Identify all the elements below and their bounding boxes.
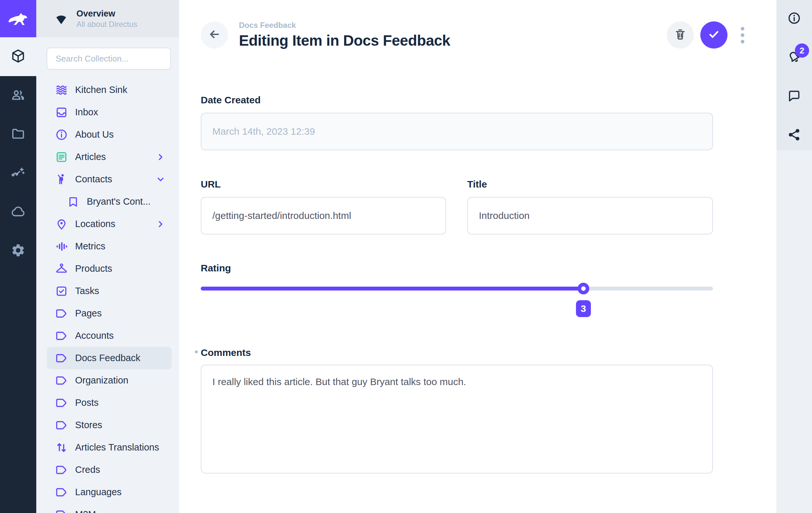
- sidebar-item-languages[interactable]: Languages: [47, 481, 172, 503]
- date-created-label: Date Created: [201, 94, 713, 106]
- app-window: Overview All about Directus Kitchen Sink…: [0, 0, 812, 513]
- rating-fill: [201, 287, 583, 290]
- bookmark-icon: [67, 195, 80, 208]
- module-gear[interactable]: [0, 232, 36, 270]
- sidebar-item-pages[interactable]: Pages: [47, 302, 172, 324]
- label-tag-icon: [55, 396, 68, 409]
- module-cloud[interactable]: [0, 193, 36, 232]
- module-bar: [0, 0, 36, 513]
- sidebar-item-creds[interactable]: Creds: [47, 459, 172, 481]
- title-label: Title: [467, 179, 713, 190]
- sidebar-item-locations[interactable]: Locations: [47, 213, 172, 235]
- more-options-button[interactable]: [736, 21, 749, 49]
- sidebar-item-contacts[interactable]: Contacts: [47, 168, 172, 191]
- module-users[interactable]: [0, 76, 36, 115]
- label-tag-icon: [55, 307, 68, 320]
- item-form: Date Created URL Title Rating: [179, 49, 713, 474]
- sidebar-item-accounts[interactable]: Accounts: [47, 324, 172, 347]
- module-folder[interactable]: [0, 115, 36, 154]
- label-tag-icon: [55, 419, 68, 432]
- module-list: [0, 37, 36, 270]
- save-button[interactable]: [700, 21, 727, 49]
- cloud-icon: [11, 204, 26, 220]
- project-title: Overview: [77, 9, 137, 19]
- label-tag-icon: [55, 330, 68, 342]
- edited-dot: [195, 350, 198, 353]
- sidebar-item-tasks[interactable]: Tasks: [47, 280, 172, 302]
- sidebar-item-inbox[interactable]: Inbox: [47, 101, 172, 123]
- label-tag-icon: [55, 352, 68, 365]
- swap-vertical-icon: [55, 441, 68, 454]
- slider-thumb[interactable]: [578, 283, 589, 294]
- waves-icon: [55, 84, 68, 96]
- sidebar-item-bryant-s-cont[interactable]: Bryant's Cont...: [47, 191, 172, 213]
- sidebar-item-articles-translations[interactable]: Articles Translations: [47, 436, 172, 459]
- page-header: Docs Feedback Editing Item in Docs Feedb…: [179, 0, 776, 49]
- trash-icon: [674, 28, 687, 42]
- insights-icon: [11, 165, 26, 181]
- module-cube[interactable]: [0, 37, 36, 76]
- location-pin-icon: [55, 218, 68, 231]
- notification-badge: 2: [795, 44, 809, 58]
- chevron-right-icon[interactable]: [155, 152, 166, 162]
- sidebar-item-organization[interactable]: Organization: [47, 369, 172, 392]
- project-subtitle: All about Directus: [77, 20, 137, 29]
- cube-icon: [11, 49, 26, 65]
- chevron-down-icon[interactable]: [155, 174, 166, 184]
- sidebar-item-metrics[interactable]: Metrics: [47, 235, 172, 257]
- sidebar-tool-comment-bubble[interactable]: [787, 89, 801, 103]
- label-tag-icon: [55, 508, 68, 513]
- page-title: Editing Item in Docs Feedback: [239, 32, 451, 49]
- gear-icon: [11, 243, 26, 259]
- right-sidebar: 2: [776, 0, 812, 513]
- equalizer-icon: [55, 240, 68, 253]
- inbox-icon: [55, 106, 68, 119]
- rating-slider[interactable]: 3: [201, 283, 713, 322]
- rating-label: Rating: [201, 263, 713, 274]
- chevron-right-icon[interactable]: [155, 219, 166, 229]
- url-label: URL: [201, 179, 446, 190]
- sidebar-item-stores[interactable]: Stores: [47, 414, 172, 436]
- delete-button[interactable]: [667, 21, 694, 49]
- share-icon: [787, 127, 801, 143]
- users-icon: [11, 87, 26, 104]
- collections-sidebar: Overview All about Directus Kitchen Sink…: [36, 0, 179, 513]
- fan-icon: [54, 12, 68, 26]
- label-tag-icon: [55, 374, 68, 387]
- url-field[interactable]: [201, 197, 446, 234]
- directus-logo[interactable]: [0, 0, 36, 37]
- sidebar-tool-bell[interactable]: 2: [787, 50, 801, 64]
- back-button[interactable]: [201, 21, 228, 49]
- title-field[interactable]: [467, 197, 713, 234]
- comments-field[interactable]: I really liked this article. But that gu…: [201, 365, 713, 474]
- info-outline-icon: [787, 11, 801, 27]
- arrow-left-icon: [207, 28, 221, 42]
- right-sidebar-icons: 2: [776, 0, 812, 150]
- task-checkbox-icon: [55, 285, 68, 297]
- sidebar-tool-share[interactable]: [787, 127, 801, 142]
- sidebar-item-about-us[interactable]: About Us: [47, 123, 172, 146]
- sidebar-item-m2m[interactable]: M2M: [47, 503, 172, 513]
- sidebar-tool-info-outline[interactable]: [787, 11, 801, 25]
- date-created-field[interactable]: [201, 113, 713, 150]
- sidebar-item-kitchen-sink[interactable]: Kitchen Sink: [47, 79, 172, 101]
- collection-list: Kitchen Sink Inbox About Us Articles Con…: [36, 79, 179, 513]
- rating-value-badge: 3: [576, 300, 591, 317]
- breadcrumb[interactable]: Docs Feedback: [239, 21, 451, 30]
- project-header[interactable]: Overview All about Directus: [36, 0, 179, 37]
- folder-icon: [11, 126, 26, 142]
- sidebar-item-products[interactable]: Products: [47, 257, 172, 280]
- sidebar-item-posts[interactable]: Posts: [47, 392, 172, 414]
- comment-bubble-icon: [787, 89, 801, 104]
- sidebar-item-articles[interactable]: Articles: [47, 146, 172, 168]
- hanger-icon: [55, 262, 68, 275]
- comments-label: Comments: [201, 347, 251, 358]
- label-tag-icon: [55, 486, 68, 499]
- dots-vertical-icon: [741, 27, 744, 30]
- person-waving-icon: [55, 173, 68, 186]
- article-icon: [55, 151, 68, 164]
- module-insights[interactable]: [0, 154, 36, 193]
- sidebar-item-docs-feedback[interactable]: Docs Feedback: [47, 347, 172, 369]
- search-collection-input[interactable]: [47, 48, 171, 69]
- check-icon: [707, 28, 721, 42]
